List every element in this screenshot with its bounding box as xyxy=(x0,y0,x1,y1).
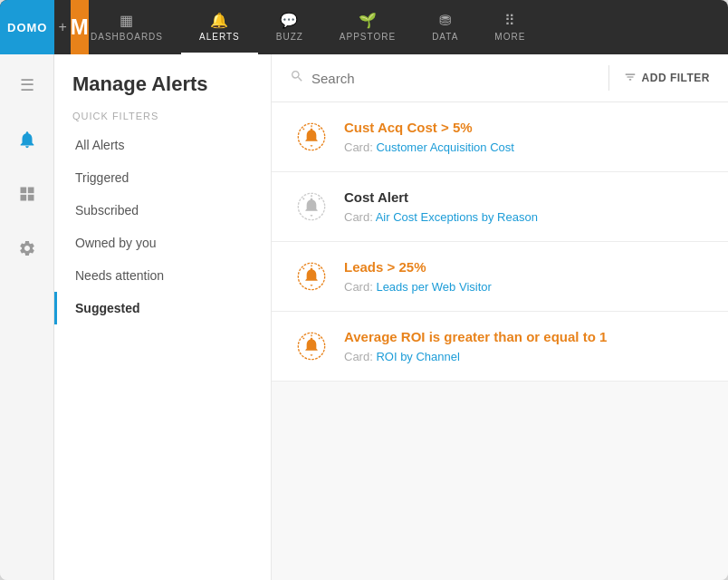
svg-line-18 xyxy=(319,338,320,339)
alert-card-2[interactable]: Cost Alert Card: Air Cost Exceptions by … xyxy=(272,172,728,242)
nav-data[interactable]: ⛃ DATA xyxy=(414,0,476,54)
quick-filters-label: QUICK FILTERS xyxy=(54,111,271,129)
dashboards-icon: ▦ xyxy=(120,14,134,28)
app-window: DOMO + M ▦ DASHBOARDS 🔔 ALERTS 💬 BUZZ 🌱 … xyxy=(0,0,728,580)
search-bar: ADD FILTER xyxy=(272,54,728,102)
nav-more-label: MORE xyxy=(494,32,525,42)
svg-rect-0 xyxy=(20,188,26,194)
brand-domo[interactable]: DOMO xyxy=(0,0,54,54)
search-divider xyxy=(608,65,609,91)
nav-items: ▦ DASHBOARDS 🔔 ALERTS 💬 BUZZ 🌱 APPSTORE … xyxy=(72,0,728,54)
nav-dashboards[interactable]: ▦ DASHBOARDS xyxy=(72,0,181,54)
filter-suggested[interactable]: Suggested xyxy=(54,292,271,324)
alert-card-label-4: Card: xyxy=(344,350,376,363)
left-panel: Manage Alerts QUICK FILTERS All Alerts T… xyxy=(54,54,272,580)
alert-card-link-1[interactable]: Customer Acquisition Cost xyxy=(376,140,513,154)
bell-icon-2 xyxy=(293,188,330,225)
appstore-icon: 🌱 xyxy=(359,14,378,28)
main-content: ADD FILTER xyxy=(272,54,728,580)
alert-card-label-3: Card: xyxy=(344,280,376,294)
search-input[interactable] xyxy=(311,71,594,86)
search-icon xyxy=(290,69,304,87)
search-input-wrap xyxy=(290,69,594,87)
svg-rect-2 xyxy=(20,195,26,201)
alert-card-1[interactable]: Cust Acq Cost > 5% Card: Customer Acquis… xyxy=(272,102,728,172)
alert-title-4: Average ROI is greater than or equal to … xyxy=(344,329,706,344)
alert-info-2: Cost Alert Card: Air Cost Exceptions by … xyxy=(344,189,706,225)
filter-all-alerts[interactable]: All Alerts xyxy=(54,129,271,161)
alert-card-4[interactable]: Average ROI is greater than or equal to … xyxy=(272,312,728,382)
nav-appstore[interactable]: 🌱 APPSTORE xyxy=(321,0,414,54)
sidebar-settings-icon[interactable] xyxy=(11,232,43,265)
nav-alerts-label: ALERTS xyxy=(199,32,240,42)
sidebar-alerts-icon[interactable] xyxy=(11,123,43,156)
nav-data-label: DATA xyxy=(432,32,458,42)
page-title: Manage Alerts xyxy=(54,54,271,111)
buzz-icon: 💬 xyxy=(280,14,299,28)
alert-card-label-1: Card: xyxy=(344,140,376,154)
bell-icon-1 xyxy=(293,119,330,155)
sidebar-menu-icon[interactable]: ☰ xyxy=(11,69,43,102)
alert-info-1: Cust Acq Cost > 5% Card: Customer Acquis… xyxy=(344,120,706,155)
filter-subscribed[interactable]: Subscribed xyxy=(54,194,271,227)
svg-rect-1 xyxy=(27,188,34,194)
nav-more[interactable]: ⠿ MORE xyxy=(476,0,543,54)
alert-card-link-3[interactable]: Leads per Web Visitor xyxy=(376,280,491,294)
alert-title-3: Leads > 25% xyxy=(344,259,706,275)
filter-triggered[interactable]: Triggered xyxy=(54,161,271,194)
nav-alerts[interactable]: 🔔 ALERTS xyxy=(181,0,258,54)
svg-rect-3 xyxy=(27,195,34,201)
bell-icon-4 xyxy=(293,328,330,364)
add-filter-button[interactable]: ADD FILTER xyxy=(624,71,710,86)
nav-appstore-label: APPSTORE xyxy=(340,32,396,42)
svg-line-10 xyxy=(319,198,320,199)
svg-line-6 xyxy=(319,129,320,130)
filter-owned[interactable]: Owned by you xyxy=(54,227,271,259)
svg-line-11 xyxy=(303,198,304,199)
filter-needs-attention[interactable]: Needs attention xyxy=(54,259,271,292)
alert-list: Cust Acq Cost > 5% Card: Customer Acquis… xyxy=(272,102,728,580)
nav-dashboards-label: DASHBOARDS xyxy=(91,32,163,42)
alert-title-1: Cust Acq Cost > 5% xyxy=(344,120,706,135)
alert-card-link-4[interactable]: ROI by Channel xyxy=(376,350,460,363)
svg-line-14 xyxy=(319,268,320,269)
alert-card-3[interactable]: Leads > 25% Card: Leads per Web Visitor xyxy=(272,242,728,312)
bell-icon-3 xyxy=(293,258,330,295)
alert-card-label-2: Card: xyxy=(344,210,376,224)
svg-line-7 xyxy=(303,129,304,130)
brand-plus: + xyxy=(54,0,70,54)
nav-buzz[interactable]: 💬 BUZZ xyxy=(258,0,321,54)
alert-title-2: Cost Alert xyxy=(344,189,706,205)
icon-sidebar: ☰ xyxy=(0,54,54,580)
alert-info-4: Average ROI is greater than or equal to … xyxy=(344,329,706,364)
top-nav: DOMO + M ▦ DASHBOARDS 🔔 ALERTS 💬 BUZZ 🌱 … xyxy=(0,0,728,54)
filter-icon xyxy=(624,71,637,86)
more-icon: ⠿ xyxy=(504,14,516,28)
alerts-icon: 🔔 xyxy=(210,14,229,28)
sidebar-grid-icon[interactable] xyxy=(11,178,43,210)
svg-line-15 xyxy=(303,268,304,269)
main-layout: ☰ Manage Alerts QUICK FILTERS All Alerts… xyxy=(0,54,728,580)
alert-info-3: Leads > 25% Card: Leads per Web Visitor xyxy=(344,259,706,295)
nav-buzz-label: BUZZ xyxy=(276,32,303,42)
alert-card-link-2[interactable]: Air Cost Exceptions by Reason xyxy=(376,210,538,224)
svg-line-19 xyxy=(303,338,304,339)
brand-area: DOMO + M xyxy=(0,0,72,54)
add-filter-label: ADD FILTER xyxy=(642,72,710,84)
data-icon: ⛃ xyxy=(439,14,452,28)
